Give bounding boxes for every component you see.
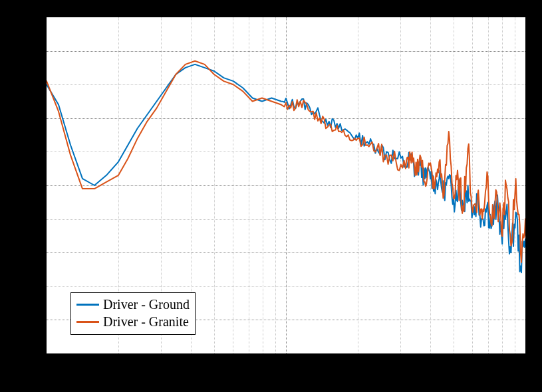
legend-swatch — [76, 321, 99, 323]
legend-label: Driver - Ground — [103, 296, 190, 313]
legend-swatch — [76, 304, 99, 306]
series-0 — [47, 64, 525, 272]
plot-area: Driver - GroundDriver - Granite — [45, 16, 527, 355]
legend-label: Driver - Granite — [103, 313, 189, 330]
legend: Driver - GroundDriver - Granite — [70, 292, 196, 335]
chart-root: Driver - GroundDriver - Granite — [0, 0, 542, 392]
legend-item: Driver - Ground — [76, 296, 190, 313]
legend-item: Driver - Granite — [76, 313, 190, 330]
